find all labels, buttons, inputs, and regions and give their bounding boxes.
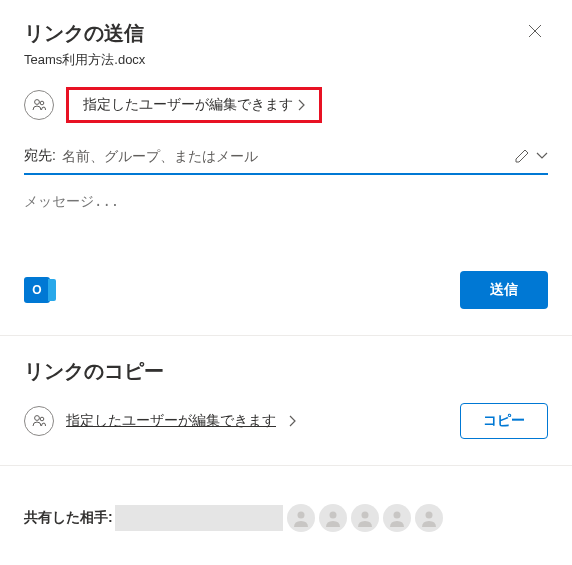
svg-point-0 (35, 100, 40, 105)
copy-link-permission-setting[interactable]: 指定したユーザーが編集できます (24, 406, 296, 436)
avatar[interactable] (383, 504, 411, 532)
send-button[interactable]: 送信 (460, 271, 548, 309)
avatar[interactable] (351, 504, 379, 532)
svg-point-7 (393, 512, 400, 519)
recipients-input[interactable] (62, 148, 508, 164)
svg-point-5 (329, 512, 336, 519)
people-icon (24, 406, 54, 436)
chevron-down-icon[interactable] (536, 152, 548, 160)
link-permission-label: 指定したユーザーが編集できます (83, 96, 293, 114)
outlook-icon[interactable]: O (24, 277, 50, 303)
copy-section-title: リンクのコピー (24, 358, 548, 385)
svg-point-8 (425, 512, 432, 519)
pencil-icon[interactable] (514, 148, 530, 164)
avatar[interactable] (415, 504, 443, 532)
svg-point-4 (297, 512, 304, 519)
link-permission-setting[interactable]: 指定したユーザーが編集できます (66, 87, 322, 123)
close-button[interactable] (522, 20, 548, 42)
avatar[interactable] (319, 504, 347, 532)
svg-point-6 (361, 512, 368, 519)
copy-permission-label: 指定したユーザーが編集できます (66, 412, 276, 430)
svg-point-2 (35, 416, 40, 421)
svg-point-1 (40, 101, 44, 105)
people-icon (24, 90, 54, 120)
file-name: Teams利用方法.docx (24, 51, 145, 69)
shared-with-label: 共有した相手: (24, 509, 113, 527)
recipients-label: 宛先: (24, 147, 56, 165)
message-input[interactable] (24, 193, 548, 233)
chevron-right-icon (288, 415, 296, 427)
shared-with-redacted (115, 505, 283, 531)
divider (0, 335, 572, 336)
copy-button[interactable]: コピー (460, 403, 548, 439)
avatar[interactable] (287, 504, 315, 532)
dialog-title: リンクの送信 (24, 20, 145, 47)
chevron-right-icon (297, 99, 305, 111)
svg-point-3 (40, 417, 44, 421)
divider (0, 465, 572, 466)
